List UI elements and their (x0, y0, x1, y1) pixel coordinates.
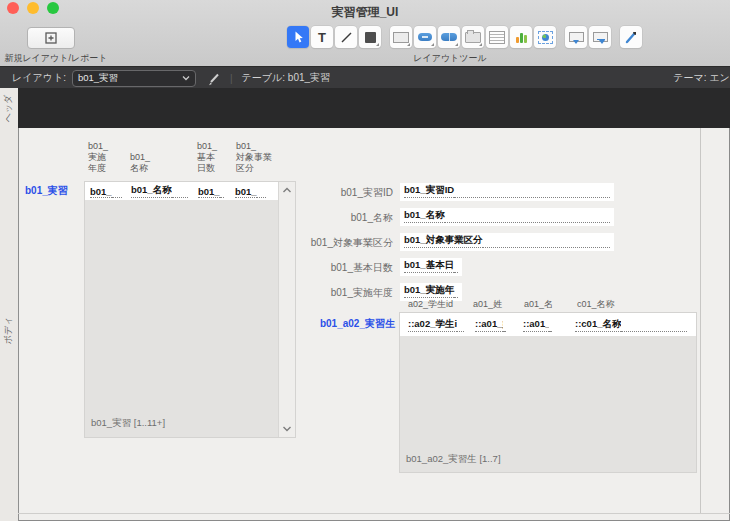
header-part-area[interactable] (18, 88, 730, 128)
detail-field-1[interactable]: b01_実習ID (400, 183, 614, 201)
related-portal[interactable]: ::a02_学生i ::a01_姓 ::a01_名 ::c01_名称 b01_a… (400, 313, 696, 472)
detail-field-4[interactable]: b01_基本日 (400, 258, 462, 276)
related-portal-footer: b01_a02_実習生 [1..7] (406, 453, 501, 466)
pencil-icon (206, 71, 221, 86)
part-tool-icon (593, 32, 608, 42)
layout-select[interactable]: b01_実習 (72, 70, 196, 87)
detail-label-1: b01_実習ID (223, 186, 393, 200)
chevron-down-icon (182, 75, 190, 81)
window-title: 実習管理_UI (0, 4, 730, 21)
part-label-strip: ヘッダ ボディ (0, 88, 19, 521)
button-tool-button[interactable] (414, 26, 436, 48)
tab-control-tool-button[interactable] (462, 26, 484, 48)
toolbar: 実習管理_UI 新規レイアウト/レポート T (0, 0, 730, 67)
selection-arrow-icon (292, 30, 305, 44)
layout-popup-label: レイアウト: (12, 71, 66, 85)
button-bar-icon (441, 33, 457, 41)
master-col-header-4: b01_ 対象事業 区分 (236, 141, 272, 174)
related-row-field-4[interactable]: ::c01_名称 (575, 319, 687, 332)
master-col-header-3: b01_ 基本 日数 (197, 141, 217, 174)
related-row-field-1[interactable]: ::a02_学生i (408, 319, 464, 332)
related-portal-title: b01_a02_実習生 (245, 317, 395, 331)
button-icon (418, 33, 432, 41)
edit-layout-button[interactable] (206, 71, 221, 86)
layout-tools-label: レイアウトツール (385, 52, 515, 65)
selection-tool-button[interactable] (287, 26, 309, 48)
web-viewer-tool-button[interactable] (534, 26, 556, 48)
app-window: 実習管理_UI 新規レイアウト/レポート T (0, 0, 730, 521)
chart-icon (516, 32, 527, 43)
chart-tool-button[interactable] (510, 26, 532, 48)
rectangle-icon (365, 32, 376, 43)
shape-tool-button[interactable] (359, 26, 381, 48)
field-tool-icon (569, 32, 584, 42)
line-icon (340, 31, 353, 44)
master-row-field-2[interactable]: b01_名称 (131, 185, 188, 198)
detail-label-4: b01_基本日数 (223, 261, 393, 275)
master-row-field-3[interactable]: b01_ (198, 185, 224, 198)
format-painter-button[interactable] (620, 26, 642, 48)
body-bottom-boundary (18, 513, 730, 514)
body-part-tab[interactable]: ボディ (0, 300, 18, 360)
portal-tool-button[interactable] (486, 26, 508, 48)
master-col-header-2: b01_ 名称 (130, 152, 150, 174)
layout-select-value: b01_実習 (78, 72, 182, 85)
related-col-header-2: a01_姓 (473, 298, 502, 311)
field-picker-tool-button[interactable] (565, 26, 587, 48)
master-portal-footer: b01_実習 [1..11+] (91, 417, 165, 430)
portal-icon (489, 31, 505, 44)
format-painter-icon (624, 30, 638, 44)
master-portal-title: b01_実習 (25, 184, 68, 198)
layout-bar: レイアウト: b01_実習 | テーブル: b01_実習 テーマ: エンラ (0, 66, 730, 90)
new-layout-icon (44, 31, 58, 45)
header-part-tab[interactable]: ヘッダ (0, 88, 18, 128)
detail-label-5: b01_実施年度 (223, 286, 393, 300)
detail-label-2: b01_名称 (223, 211, 393, 225)
scroll-down-icon[interactable] (282, 425, 292, 432)
text-tool-icon: T (318, 31, 326, 44)
master-row-field-1[interactable]: b01_ (90, 185, 122, 198)
detail-field-2[interactable]: b01_名称 (400, 208, 614, 226)
detail-label-3: b01_対象事業区分 (223, 236, 393, 250)
related-col-header-4: c01_名称 (577, 298, 615, 311)
layout-right-boundary (700, 128, 701, 514)
field-icon (393, 32, 409, 43)
related-row-field-2[interactable]: ::a01_姓 (475, 319, 505, 332)
master-col-header-1: b01_ 実施 年度 (88, 141, 108, 174)
new-layout-button[interactable] (27, 27, 75, 49)
tab-control-icon (465, 32, 481, 43)
line-tool-button[interactable] (335, 26, 357, 48)
new-layout-label: 新規レイアウト/レポート (2, 52, 110, 65)
part-tool-button[interactable] (589, 26, 611, 48)
related-col-header-3: a01_名 (524, 298, 553, 311)
header-part-label: ヘッダ (3, 94, 16, 122)
theme-label: テーマ: エンラ (673, 71, 730, 85)
button-bar-tool-button[interactable] (438, 26, 460, 48)
text-tool-button[interactable]: T (311, 26, 333, 48)
web-viewer-icon (538, 31, 553, 44)
body-part-label: ボディ (3, 316, 16, 344)
related-col-header-1: a02_学生id (408, 298, 453, 311)
field-control-tool-button[interactable] (390, 26, 412, 48)
related-row-field-3[interactable]: ::a01_名 (523, 319, 551, 332)
table-label: テーブル: b01_実習 (242, 71, 331, 85)
detail-field-3[interactable]: b01_対象事業区分 (400, 233, 614, 251)
layout-tools: T (287, 26, 644, 48)
layout-bar-divider: | (230, 73, 233, 84)
